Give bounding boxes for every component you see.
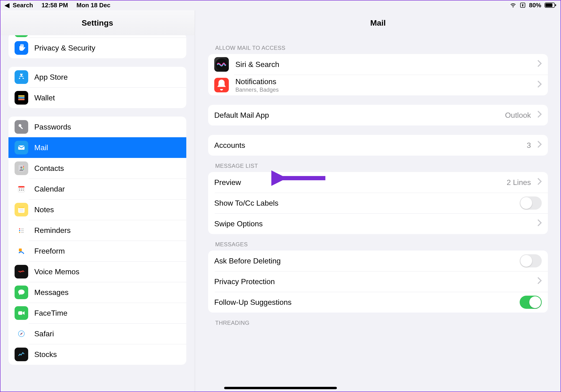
switch-ask-before-deleting[interactable]	[520, 254, 542, 267]
sidebar-item-facetime[interactable]: FaceTime	[9, 303, 186, 323]
sidebar-item-label: Messages	[34, 288, 69, 297]
svg-point-30	[19, 230, 20, 231]
sidebar-item-voice-memos[interactable]: Voice Memos	[9, 261, 186, 282]
svg-point-18	[19, 189, 20, 189]
sidebar-item-privacy-security[interactable]: Privacy & Security	[9, 38, 186, 58]
battery-percent: 80%	[529, 2, 541, 9]
sidebar-item-label: App Store	[34, 73, 68, 82]
app-store-icon	[15, 70, 28, 84]
sidebar-item-label: FaceTime	[34, 309, 67, 317]
row-label: Follow-Up Suggestions	[214, 298, 513, 307]
sidebar-item-label: Stocks	[34, 350, 57, 359]
contacts-icon	[15, 162, 28, 175]
sidebar-item-mail[interactable]: Mail	[9, 137, 186, 158]
sidebar-item-wallet[interactable]: Wallet	[9, 87, 186, 108]
sidebar-item-label: Wallet	[34, 94, 55, 102]
status-date: Mon 18 Dec	[76, 2, 110, 9]
passwords-icon	[15, 120, 28, 134]
row-siri-search[interactable]: Siri & Search	[208, 54, 548, 75]
svg-rect-38	[18, 311, 22, 315]
chevron-right-icon	[538, 81, 542, 89]
row-default-mail-app[interactable]: Default Mail AppOutlook	[208, 105, 548, 126]
svg-rect-7	[18, 99, 25, 100]
row-label: Default Mail App	[214, 111, 498, 120]
status-back-label[interactable]: Search	[13, 2, 33, 9]
sidebar-item-freeform[interactable]: Freeform	[9, 241, 186, 261]
home-indicator[interactable]	[224, 387, 337, 389]
section-header: ALLOW MAIL TO ACCESS	[208, 38, 548, 54]
switch-show-tocc[interactable]	[520, 196, 542, 210]
stocks-icon	[15, 348, 28, 361]
row-swipe-options[interactable]: Swipe Options	[208, 213, 548, 234]
sidebar-item-label: Safari	[34, 329, 54, 338]
safari-icon	[15, 327, 28, 340]
row-label: Show To/Cc Labels	[214, 199, 513, 207]
battery-icon	[545, 2, 556, 8]
sidebar-item-label: Freeform	[34, 247, 65, 255]
row-ask-before-deleting[interactable]: Ask Before Deleting	[208, 250, 548, 271]
svg-rect-4	[555, 4, 556, 6]
svg-rect-14	[23, 167, 24, 168]
row-preview[interactable]: Preview2 Lines	[208, 172, 548, 193]
sidebar-item-contacts[interactable]: Contacts	[9, 158, 186, 179]
sidebar-title: Settings	[0, 10, 195, 35]
chevron-right-icon	[538, 178, 542, 187]
svg-point-31	[19, 232, 20, 233]
notes-icon	[15, 203, 28, 217]
settings-sidebar: Settings Privacy & SecurityApp StoreWall…	[0, 10, 195, 392]
row-label: Accounts	[214, 141, 520, 150]
row-value: 2 Lines	[507, 178, 531, 187]
sidebar-item-label: Calendar	[34, 185, 65, 193]
status-time: 12:58 PM	[42, 2, 68, 9]
row-value: 3	[527, 141, 531, 150]
row-label: Privacy Protection	[214, 277, 531, 286]
chevron-right-icon	[538, 141, 542, 150]
sidebar-item-passwords[interactable]: Passwords	[9, 117, 186, 137]
wifi-icon	[510, 2, 516, 9]
partial-icon	[15, 35, 28, 37]
sidebar-item-safari[interactable]: Safari	[9, 323, 186, 344]
svg-rect-3	[546, 3, 552, 7]
sidebar-item-label: Mail	[34, 143, 48, 152]
sidebar-item-label: Voice Memos	[34, 267, 79, 276]
notifications-icon	[214, 78, 229, 92]
section-header: MESSAGE LIST	[208, 156, 548, 172]
svg-point-29	[19, 229, 20, 230]
svg-rect-9	[20, 126, 23, 129]
svg-point-20	[23, 189, 23, 189]
sidebar-item-calendar[interactable]: Calendar	[9, 179, 186, 199]
sidebar-item-label: Notes	[34, 205, 54, 214]
row-label: Swipe Options	[214, 219, 531, 228]
row-accounts[interactable]: Accounts3	[208, 135, 548, 156]
facetime-icon	[15, 306, 28, 320]
row-privacy-protection[interactable]: Privacy Protection	[208, 271, 548, 292]
voice-memos-icon	[15, 265, 28, 279]
chevron-right-icon	[538, 277, 542, 286]
svg-point-12	[21, 167, 22, 169]
row-follow-up[interactable]: Follow-Up Suggestions	[208, 292, 548, 313]
row-label: Ask Before Deleting	[214, 257, 513, 265]
sidebar-item-messages[interactable]: Messages	[9, 282, 186, 303]
row-notifications[interactable]: NotificationsBanners, Badges	[208, 75, 548, 95]
sidebar-item-notes[interactable]: Notes	[9, 199, 186, 220]
sidebar-item-stocks[interactable]: Stocks	[9, 344, 186, 365]
row-sublabel: Banners, Badges	[235, 87, 531, 93]
detail-title: Mail	[195, 10, 561, 35]
privacy-security-icon	[15, 41, 28, 55]
sidebar-item-partial[interactable]	[9, 35, 186, 38]
sidebar-item-app-store[interactable]: App Store	[9, 67, 186, 87]
svg-point-23	[23, 190, 23, 191]
orientation-lock-icon	[520, 2, 526, 8]
sidebar-item-label: Reminders	[34, 226, 71, 235]
chevron-right-icon	[538, 60, 542, 69]
sidebar-item-reminders[interactable]: Reminders	[9, 220, 186, 241]
svg-rect-25	[18, 207, 25, 208]
row-show-tocc[interactable]: Show To/Cc Labels	[208, 193, 548, 213]
wallet-icon	[15, 91, 28, 105]
back-caret-icon[interactable]: ◀	[5, 2, 9, 9]
freeform-icon	[15, 244, 28, 258]
svg-rect-36	[19, 249, 22, 251]
svg-rect-13	[23, 166, 24, 167]
detail-pane: Mail ALLOW MAIL TO ACCESSSiri & SearchNo…	[195, 10, 561, 392]
switch-follow-up[interactable]	[520, 296, 542, 309]
